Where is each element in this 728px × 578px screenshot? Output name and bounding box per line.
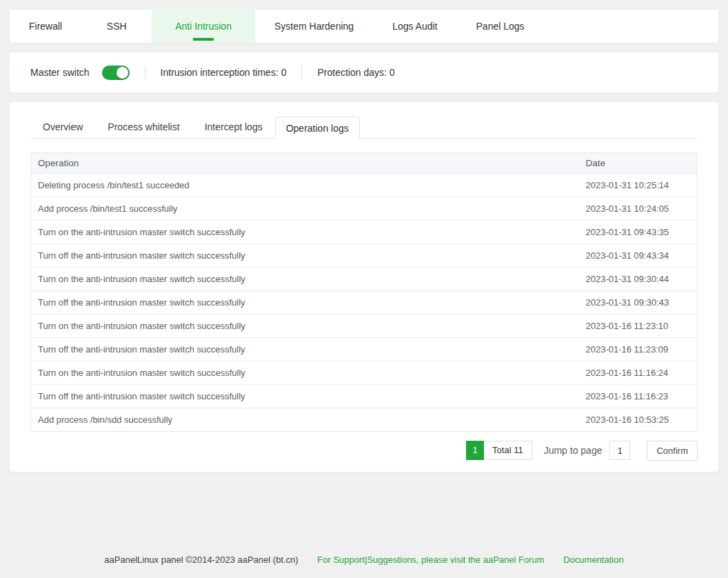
date-cell: 2023-01-16 10:53:25 [579, 408, 698, 432]
top-tab-bar: Firewall SSH Anti Intrusion System Harde… [10, 10, 718, 43]
table-row: Turn off the anti-intrusion master switc… [31, 291, 698, 315]
table-row: Turn off the anti-intrusion master switc… [31, 385, 698, 408]
table-row: Turn on the anti-intrusion master switch… [31, 268, 698, 291]
status-bar: Master switch Intrusion interception tim… [10, 52, 718, 92]
total-count-label: Total 11 [484, 441, 532, 460]
jump-to-page-input[interactable] [609, 441, 630, 460]
table-row: Turn on the anti-intrusion master switch… [31, 361, 698, 385]
tab-intercept-logs[interactable]: Intercept logs [192, 116, 275, 138]
tab-operation-logs[interactable]: Operation logs [275, 117, 360, 139]
toggle-knob [117, 67, 128, 79]
operation-cell: Turn on the anti-intrusion master switch… [31, 221, 579, 244]
date-cell: 2023-01-31 09:43:35 [579, 221, 698, 244]
date-cell: 2023-01-31 09:30:44 [579, 268, 698, 291]
divider [301, 66, 302, 79]
operation-cell: Turn off the anti-intrusion master switc… [31, 291, 579, 315]
column-header-date: Date [579, 153, 698, 174]
date-cell: 2023-01-31 09:30:43 [579, 291, 698, 315]
table-header-row: Operation Date [31, 153, 698, 174]
operation-cell: Add process /bin/test1 successfully [31, 197, 579, 221]
table-row: Turn on the anti-intrusion master switch… [31, 315, 698, 338]
content-card: Overview Process whitelist Intercept log… [10, 102, 718, 472]
operation-cell: Turn on the anti-intrusion master switch… [31, 268, 579, 291]
table-row: Turn on the anti-intrusion master switch… [31, 221, 698, 244]
page-number-button[interactable]: 1 [466, 441, 484, 460]
protection-days-text: Protection days: 0 [317, 67, 394, 78]
operation-cell: Deleting process /bin/test1 succeeded [31, 174, 579, 197]
table-row: Turn off the anti-intrusion master switc… [31, 244, 698, 268]
tab-ssh[interactable]: SSH [81, 10, 152, 43]
page-footer: aaPanelLinux panel ©2014-2023 aaPanel (b… [0, 555, 728, 565]
copyright-text: aaPanelLinux panel ©2014-2023 aaPanel (b… [104, 555, 298, 565]
content-tab-bar: Overview Process whitelist Intercept log… [30, 116, 698, 139]
tab-anti-intrusion[interactable]: Anti Intrusion [152, 10, 255, 43]
column-header-operation: Operation [31, 153, 579, 174]
tab-logs-audit[interactable]: Logs Audit [373, 10, 456, 43]
operation-cell: Turn on the anti-intrusion master switch… [31, 315, 579, 338]
operation-cell: Turn off the anti-intrusion master switc… [31, 338, 579, 361]
divider [145, 66, 145, 79]
date-cell: 2023-01-16 11:23:09 [579, 338, 698, 361]
operation-cell: Turn on the anti-intrusion master switch… [31, 361, 579, 385]
operation-cell: Turn off the anti-intrusion master switc… [31, 244, 579, 268]
master-switch-toggle[interactable] [102, 66, 130, 80]
operation-cell: Add process /bin/sdd successfully [31, 408, 579, 432]
tab-overview[interactable]: Overview [30, 116, 95, 138]
date-cell: 2023-01-31 09:43:34 [579, 244, 698, 268]
table-row: Add process /bin/test1 successfully 2023… [31, 197, 698, 221]
table-row: Deleting process /bin/test1 succeeded 20… [31, 174, 698, 197]
documentation-link[interactable]: Documentation [563, 555, 623, 565]
support-forum-link[interactable]: For Support|Suggestions, please visit th… [317, 555, 544, 565]
tab-panel-logs[interactable]: Panel Logs [457, 10, 544, 43]
table-row: Add process /bin/sdd successfully 2023-0… [31, 408, 698, 432]
tab-system-hardening[interactable]: System Hardening [255, 10, 373, 43]
date-cell: 2023-01-16 11:16:24 [579, 361, 698, 385]
interception-times-text: Intrusion interception times: 0 [161, 67, 287, 78]
confirm-button[interactable]: Confirm [647, 441, 698, 461]
date-cell: 2023-01-31 10:25:14 [579, 174, 698, 197]
date-cell: 2023-01-31 10:24:05 [579, 197, 698, 221]
pagination: 1 Total 11 Jump to page Confirm [30, 441, 698, 460]
master-switch-label: Master switch [30, 67, 90, 78]
jump-to-page-label: Jump to page [544, 445, 603, 456]
operation-cell: Turn off the anti-intrusion master switc… [31, 385, 579, 408]
date-cell: 2023-01-16 11:23:10 [579, 315, 698, 338]
date-cell: 2023-01-16 11:16:23 [579, 385, 698, 408]
tab-process-whitelist[interactable]: Process whitelist [95, 116, 192, 138]
table-row: Turn off the anti-intrusion master switc… [31, 338, 698, 361]
tab-firewall[interactable]: Firewall [10, 10, 81, 43]
operation-log-table: Operation Date Deleting process /bin/tes… [30, 152, 698, 432]
